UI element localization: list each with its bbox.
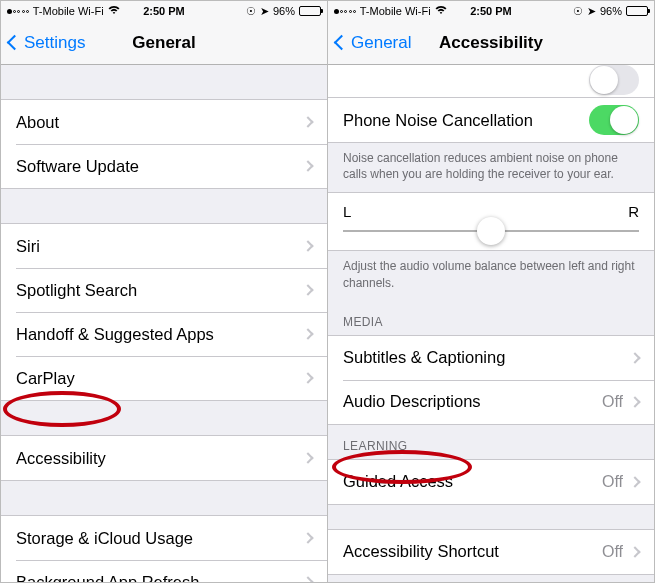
- status-bar: T-Mobile Wi-Fi 2:50 PM ☉ ➤ 96%: [328, 1, 654, 21]
- battery-icon: [626, 6, 648, 16]
- row-label: Subtitles & Captioning: [343, 348, 505, 367]
- wifi-icon: [435, 5, 447, 17]
- row-label: Audio Descriptions: [343, 392, 481, 411]
- chevron-right-icon: [302, 284, 313, 295]
- noise-cancel-note: Noise cancellation reduces ambient noise…: [328, 143, 654, 192]
- alarm-icon: ☉: [246, 5, 256, 18]
- chevron-right-icon: [629, 352, 640, 363]
- row-label: CarPlay: [16, 369, 75, 388]
- alarm-icon: ☉: [573, 5, 583, 18]
- chevron-right-icon: [629, 476, 640, 487]
- battery-icon: [299, 6, 321, 16]
- navbar: General Accessibility: [328, 21, 654, 65]
- right-screen: T-Mobile Wi-Fi 2:50 PM ☉ ➤ 96% General A…: [328, 1, 654, 582]
- back-button[interactable]: Settings: [9, 33, 85, 53]
- balance-note: Adjust the audio volume balance between …: [328, 251, 654, 300]
- row-label: Handoff & Suggested Apps: [16, 325, 214, 344]
- row-accessibility-shortcut[interactable]: Accessibility Shortcut Off: [328, 530, 654, 574]
- chevron-left-icon: [334, 35, 350, 51]
- section-header-learning: LEARNING: [328, 425, 654, 459]
- row-audio-descriptions[interactable]: Audio Descriptions Off: [328, 380, 654, 424]
- carrier-label: T-Mobile Wi-Fi: [360, 5, 431, 17]
- row-storage[interactable]: Storage & iCloud Usage: [1, 516, 327, 560]
- navbar: Settings General: [1, 21, 327, 65]
- row-label: Software Update: [16, 157, 139, 176]
- row-subtitles[interactable]: Subtitles & Captioning: [328, 336, 654, 380]
- chevron-right-icon: [629, 396, 640, 407]
- slider-label-left: L: [343, 203, 351, 220]
- chevron-right-icon: [302, 532, 313, 543]
- accessibility-content: Phone Noise Cancellation Noise cancellat…: [328, 65, 654, 582]
- location-icon: ➤: [587, 5, 596, 18]
- row-siri[interactable]: Siri: [1, 224, 327, 268]
- row-value: Off: [602, 473, 623, 491]
- row-label: Spotlight Search: [16, 281, 137, 300]
- back-label: General: [351, 33, 411, 53]
- row-noise-cancellation[interactable]: Phone Noise Cancellation: [328, 98, 654, 142]
- left-screen: T-Mobile Wi-Fi 2:50 PM ☉ ➤ 96% Settings …: [1, 1, 328, 582]
- chevron-right-icon: [302, 116, 313, 127]
- chevron-right-icon: [302, 240, 313, 251]
- row-handoff[interactable]: Handoff & Suggested Apps: [1, 312, 327, 356]
- row-software-update[interactable]: Software Update: [1, 144, 327, 188]
- status-bar: T-Mobile Wi-Fi 2:50 PM ☉ ➤ 96%: [1, 1, 327, 21]
- row-accessibility[interactable]: Accessibility: [1, 436, 327, 480]
- chevron-right-icon: [302, 372, 313, 383]
- balance-slider[interactable]: [343, 230, 639, 232]
- back-button[interactable]: General: [336, 33, 411, 53]
- carrier-label: T-Mobile Wi-Fi: [33, 5, 104, 17]
- row-background-refresh[interactable]: Background App Refresh: [1, 560, 327, 582]
- wifi-icon: [108, 5, 120, 17]
- signal-icon: [7, 9, 29, 14]
- row-carplay[interactable]: CarPlay: [1, 356, 327, 400]
- slider-label-right: R: [628, 203, 639, 220]
- general-content: About Software Update Siri Spotlight Sea…: [1, 65, 327, 582]
- row-label: Accessibility Shortcut: [343, 542, 499, 561]
- battery-pct: 96%: [273, 5, 295, 17]
- toggle-noise-cancellation[interactable]: [589, 105, 639, 135]
- row-value: Off: [602, 543, 623, 561]
- row-value: Off: [602, 393, 623, 411]
- back-label: Settings: [24, 33, 85, 53]
- row-spotlight[interactable]: Spotlight Search: [1, 268, 327, 312]
- row-label: Guided Access: [343, 472, 453, 491]
- row-about[interactable]: About: [1, 100, 327, 144]
- chevron-right-icon: [302, 452, 313, 463]
- chevron-right-icon: [302, 160, 313, 171]
- row-label: Background App Refresh: [16, 573, 199, 583]
- toggle-mono-audio-partial[interactable]: [589, 65, 639, 95]
- row-label: Accessibility: [16, 449, 106, 468]
- chevron-right-icon: [302, 328, 313, 339]
- slider-thumb[interactable]: [477, 217, 505, 245]
- row-label: Phone Noise Cancellation: [343, 111, 533, 130]
- row-label: About: [16, 113, 59, 132]
- row-label: Storage & iCloud Usage: [16, 529, 193, 548]
- signal-icon: [334, 9, 356, 14]
- location-icon: ➤: [260, 5, 269, 18]
- battery-pct: 96%: [600, 5, 622, 17]
- row-guided-access[interactable]: Guided Access Off: [328, 460, 654, 504]
- chevron-left-icon: [7, 35, 23, 51]
- balance-slider-group: L R: [328, 192, 654, 251]
- row-label: Siri: [16, 237, 40, 256]
- section-header-media: MEDIA: [328, 301, 654, 335]
- chevron-right-icon: [302, 576, 313, 582]
- chevron-right-icon: [629, 546, 640, 557]
